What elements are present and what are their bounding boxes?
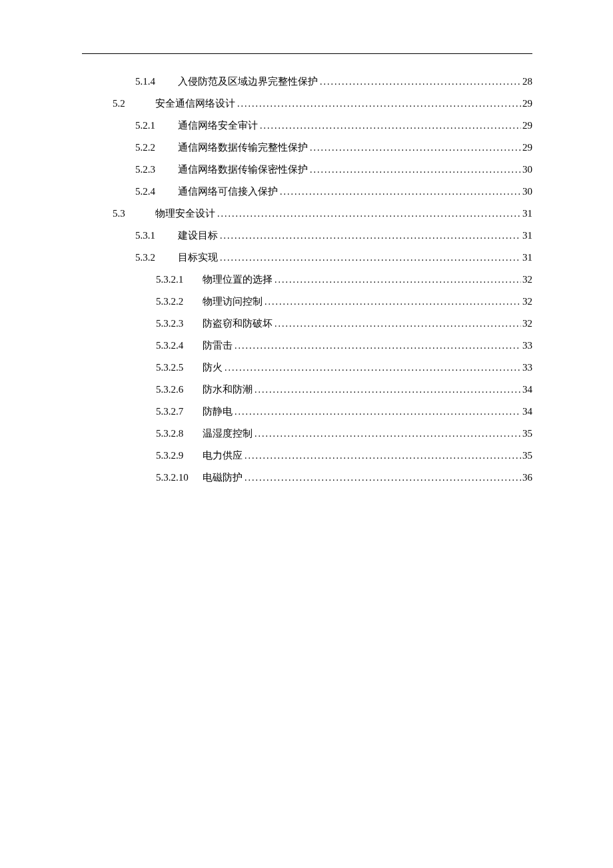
toc-dots bbox=[243, 448, 521, 464]
toc-entry-title: 通信网络安全审计 bbox=[178, 117, 258, 133]
toc-entry-number: 5.2.4 bbox=[135, 183, 178, 199]
toc-entry-number: 5.3 bbox=[113, 205, 155, 221]
toc-entry-page: 33 bbox=[521, 337, 532, 353]
toc-entry-number: 5.3.2.5 bbox=[156, 359, 203, 375]
toc-entry: 5.3.2.6防水和防潮34 bbox=[82, 381, 532, 398]
toc-entry-page: 30 bbox=[521, 161, 532, 177]
toc-entry-title: 防雷击 bbox=[203, 337, 233, 353]
toc-entry-number: 5.2.1 bbox=[135, 117, 178, 133]
toc-entry: 5.3.2目标实现31 bbox=[82, 249, 532, 266]
toc-entry-page: 29 bbox=[521, 95, 532, 111]
toc-entry-page: 35 bbox=[521, 425, 532, 441]
toc-dots bbox=[235, 96, 521, 112]
toc-dots bbox=[233, 404, 521, 420]
toc-dots bbox=[308, 140, 521, 156]
toc-entry-page: 34 bbox=[521, 403, 532, 419]
toc-entry-number: 5.3.2.10 bbox=[156, 469, 203, 485]
toc-entry: 5.3物理安全设计31 bbox=[82, 205, 532, 222]
toc-entry: 5.2.2通信网络数据传输完整性保护29 bbox=[82, 139, 532, 156]
toc-entry-page: 29 bbox=[521, 117, 532, 133]
toc-entry-number: 5.3.2.8 bbox=[156, 425, 203, 441]
toc-dots bbox=[318, 74, 521, 90]
toc-entry-title: 电力供应 bbox=[203, 447, 243, 463]
toc-entry-title: 通信网络数据传输完整性保护 bbox=[178, 139, 308, 155]
toc-dots bbox=[218, 228, 521, 244]
toc-entry-number: 5.3.2 bbox=[135, 249, 178, 265]
toc-entry-page: 31 bbox=[521, 205, 532, 221]
toc-entry-title: 安全通信网络设计 bbox=[155, 95, 235, 111]
toc-entry-title: 建设目标 bbox=[178, 227, 218, 243]
toc-entry: 5.3.2.9电力供应35 bbox=[82, 447, 532, 464]
toc-entry: 5.2.3通信网络数据传输保密性保护30 bbox=[82, 161, 532, 178]
toc-dots bbox=[273, 272, 521, 288]
toc-entry: 5.2.1通信网络安全审计29 bbox=[82, 117, 532, 134]
toc-dots bbox=[308, 162, 521, 178]
toc-entry: 5.3.2.8温湿度控制35 bbox=[82, 425, 532, 442]
toc-entry-title: 电磁防护 bbox=[203, 469, 243, 485]
toc-dots bbox=[215, 206, 521, 222]
toc-entry-title: 防火 bbox=[203, 359, 223, 375]
toc-entry-title: 通信网络数据传输保密性保护 bbox=[178, 161, 308, 177]
header-divider bbox=[82, 53, 532, 54]
toc-dots bbox=[278, 184, 521, 200]
toc-entry-title: 防水和防潮 bbox=[203, 381, 253, 397]
toc-entry: 5.3.2.10电磁防护36 bbox=[82, 469, 532, 486]
toc-entry-number: 5.3.2.7 bbox=[156, 403, 203, 419]
toc-dots bbox=[253, 426, 521, 442]
toc-entry-number: 5.3.2.4 bbox=[156, 337, 203, 353]
toc-entry-page: 32 bbox=[521, 271, 532, 287]
toc-entry-number: 5.3.2.9 bbox=[156, 447, 203, 463]
toc-entry: 5.3.1建设目标31 bbox=[82, 227, 532, 244]
toc-dots bbox=[258, 118, 521, 134]
toc-entry-number: 5.2 bbox=[113, 95, 155, 111]
toc-entry: 5.3.2.4防雷击33 bbox=[82, 337, 532, 354]
table-of-contents: 5.1.4入侵防范及区域边界完整性保护285.2安全通信网络设计295.2.1通… bbox=[82, 73, 532, 491]
toc-entry-page: 35 bbox=[521, 447, 532, 463]
toc-entry-page: 32 bbox=[521, 293, 532, 309]
toc-entry-page: 31 bbox=[521, 227, 532, 243]
toc-entry-number: 5.3.2.3 bbox=[156, 315, 203, 331]
toc-dots bbox=[223, 360, 521, 376]
toc-entry-page: 30 bbox=[521, 183, 532, 199]
toc-dots bbox=[233, 338, 521, 354]
toc-entry-title: 防盗窃和防破坏 bbox=[203, 315, 273, 331]
toc-entry-page: 28 bbox=[521, 73, 532, 89]
toc-entry-title: 防静电 bbox=[203, 403, 233, 419]
toc-entry: 5.1.4入侵防范及区域边界完整性保护28 bbox=[82, 73, 532, 90]
toc-entry-page: 32 bbox=[521, 315, 532, 331]
toc-entry-number: 5.2.3 bbox=[135, 161, 178, 177]
toc-entry: 5.2安全通信网络设计29 bbox=[82, 95, 532, 112]
toc-entry-number: 5.1.4 bbox=[135, 73, 178, 89]
toc-dots bbox=[273, 316, 521, 332]
toc-entry-page: 31 bbox=[521, 249, 532, 265]
toc-entry: 5.3.2.3防盗窃和防破坏32 bbox=[82, 315, 532, 332]
toc-entry: 5.3.2.5防火33 bbox=[82, 359, 532, 376]
toc-entry-title: 入侵防范及区域边界完整性保护 bbox=[178, 73, 318, 89]
toc-entry: 5.2.4通信网络可信接入保护30 bbox=[82, 183, 532, 200]
toc-dots bbox=[243, 470, 521, 486]
toc-entry-number: 5.2.2 bbox=[135, 139, 178, 155]
toc-dots bbox=[263, 294, 521, 310]
toc-dots bbox=[253, 382, 521, 398]
toc-entry-page: 33 bbox=[521, 359, 532, 375]
toc-entry-number: 5.3.1 bbox=[135, 227, 178, 243]
toc-entry-page: 29 bbox=[521, 139, 532, 155]
toc-entry-title: 温湿度控制 bbox=[203, 425, 253, 441]
toc-entry: 5.3.2.7防静电34 bbox=[82, 403, 532, 420]
toc-entry-page: 34 bbox=[521, 381, 532, 397]
toc-entry-number: 5.3.2.2 bbox=[156, 293, 203, 309]
toc-entry: 5.3.2.1物理位置的选择32 bbox=[82, 271, 532, 288]
toc-entry-title: 物理访问控制 bbox=[203, 293, 263, 309]
toc-entry-number: 5.3.2.1 bbox=[156, 271, 203, 287]
toc-entry-title: 通信网络可信接入保护 bbox=[178, 183, 278, 199]
toc-entry-page: 36 bbox=[521, 469, 532, 485]
toc-entry: 5.3.2.2物理访问控制32 bbox=[82, 293, 532, 310]
toc-entry-number: 5.3.2.6 bbox=[156, 381, 203, 397]
toc-entry-title: 物理位置的选择 bbox=[203, 271, 273, 287]
toc-entry-title: 目标实现 bbox=[178, 249, 218, 265]
toc-entry-title: 物理安全设计 bbox=[155, 205, 215, 221]
toc-dots bbox=[218, 250, 521, 266]
